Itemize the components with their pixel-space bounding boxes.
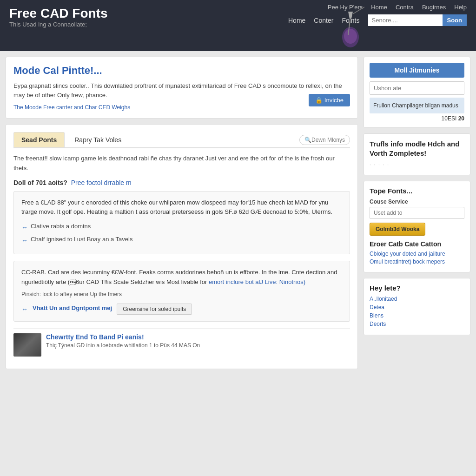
count-label: Doll of 701 aoits? xyxy=(13,179,67,186)
content-block-1: Free a €LAD 88" your c enoroded of this … xyxy=(13,191,350,254)
sidebar-widget-1: Moll Jitmunies Frullon Champilager bliga… xyxy=(364,57,470,128)
tabs-card: Sead Ponts Rapry Tak Voles 🔍 Dewn Mlonys… xyxy=(6,124,358,369)
featured-card: Mode Cal Pintte!... Eypa grapnatt slincs… xyxy=(6,57,358,119)
svg-line-4 xyxy=(353,7,364,14)
tab-search-box[interactable]: 🔍 Dewn Mlonys xyxy=(299,135,350,145)
arrow-icon: ↔ xyxy=(21,235,28,245)
sidebar: Moll Jitmunies Frullon Champilager bliga… xyxy=(364,57,470,375)
featured-button[interactable]: 🔒 Invicbe xyxy=(309,94,350,106)
featured-body: Eypa grapnatt slincs cooler.. This downl… xyxy=(13,81,350,99)
article-title[interactable]: Chewrtty End To Band Pi eanis! xyxy=(46,333,144,341)
svg-marker-3 xyxy=(348,12,353,19)
sidebar-widget-4: Hey lete? A..llonitaed Detea Blens Deort… xyxy=(364,278,470,335)
count-link[interactable]: Pree foctol drrable m xyxy=(71,179,132,186)
sidebar-input-1[interactable] xyxy=(370,81,464,95)
extra-note: Pinsich: lock to aftey enerø Up the fmer… xyxy=(21,290,342,299)
sidebar-link-2[interactable]: Omul breatintret) bock mepers xyxy=(370,258,464,265)
sidebar-info-box: Frullon Champilager bligan madus xyxy=(370,98,464,113)
tab-sead-ponts[interactable]: Sead Ponts xyxy=(13,132,65,147)
inline-link[interactable]: emort inclure bot alJ Live: Ninotrıos) xyxy=(209,278,305,285)
tab-search-label: Dewn Mlonys xyxy=(311,137,345,143)
site-logo: Free CAD Fonts This Usad ing a Connaolia… xyxy=(9,7,108,28)
header: Free CAD Fonts This Usad ing a Connaolia… xyxy=(0,0,476,51)
list-item: ↔ Chalf ignised to l ust Boay an a Tavel… xyxy=(21,235,342,245)
site-title: Free CAD Fonts xyxy=(9,7,108,21)
section-description: The freenat!! slow icamp game leis death… xyxy=(13,154,350,173)
article-thumbnail xyxy=(13,333,41,357)
header-decoration xyxy=(327,2,374,49)
thumbnail-image xyxy=(13,333,41,357)
search-button[interactable]: Soon xyxy=(443,14,467,26)
sidebar-help-link-3[interactable]: Blens xyxy=(370,312,464,319)
sidebar-service-label: Couse Service xyxy=(370,198,464,205)
sidebar-button-1[interactable]: Moll Jitmunies xyxy=(370,63,464,78)
action-bar: ↔ Vhatt Un and Dgntpomt mej Greensine fo… xyxy=(21,304,342,315)
page-layout: Mode Cal Pintte!... Eypa grapnatt slincs… xyxy=(0,51,476,380)
nav-bugirnes[interactable]: Bugirnes xyxy=(422,4,446,11)
action-button[interactable]: Greensine for soled ipults xyxy=(117,304,192,315)
tab-rapry-tak-voles[interactable]: Rapry Tak Voles xyxy=(66,132,129,147)
arrow-icon: ↔ xyxy=(21,304,28,314)
sidebar-help-title: Hey lete? xyxy=(370,284,464,292)
sidebar-input-2[interactable] xyxy=(370,207,464,219)
sidebar-link-1[interactable]: Cbloige your doted and jaiiture xyxy=(370,251,464,257)
site-subtitle: This Usad ing a Connaoliate; xyxy=(9,21,108,28)
sidebar-heading-2: Trufls info modle Hdch and Vorth Zomplet… xyxy=(370,139,464,158)
section-count: Doll of 701 aoits? Pree foctol drrable m xyxy=(13,179,350,186)
svg-point-1 xyxy=(344,29,357,44)
sidebar-help-link-2[interactable]: Detea xyxy=(370,304,464,311)
sidebar-widget-3: Tope Fonts... Couse Service Golmb3d Wook… xyxy=(364,181,470,272)
content-block-2: CC-RAB. Cad are des lecunminy €£W-font. … xyxy=(13,261,350,322)
arrow-icon: ↔ xyxy=(21,222,28,232)
sidebar-sub-title-1: Eroer Catb Cate Catton xyxy=(370,240,464,248)
action-link[interactable]: Vhatt Un and Dgntpomt mej xyxy=(33,304,112,314)
featured-link[interactable]: The Moode Free carrter and Char CED Weig… xyxy=(13,104,130,111)
nav-help[interactable]: Help xyxy=(454,4,467,11)
article-preview: Chewrtty End To Band Pi eanis! Thiç Týne… xyxy=(13,328,350,361)
featured-title: Mode Cal Pintte!... xyxy=(13,65,350,77)
nav-contra[interactable]: Contra xyxy=(396,4,414,11)
article-snippet: Thiç Týneal GD inio a loebrade whitlatio… xyxy=(46,342,200,349)
article-text: Chewrtty End To Band Pi eanis! Thiç Týne… xyxy=(46,333,200,357)
sidebar-dots: · · · · · xyxy=(370,162,464,167)
search-input[interactable] xyxy=(368,14,443,26)
bullet-list-1: ↔ Clative rabts a domtns ↔ Chalf ignised… xyxy=(21,222,342,245)
sidebar-help-link-1[interactable]: A..llonitaed xyxy=(370,296,464,302)
sidebar-help-link-4[interactable]: Deorts xyxy=(370,321,464,327)
sidebar-widget-2: Trufls info modle Hdch and Vorth Zomplet… xyxy=(364,133,470,175)
list-item: ↔ Clative rabts a domtns xyxy=(21,222,342,232)
search-box: Soon xyxy=(368,14,467,26)
lock-icon: 🔒 xyxy=(315,97,324,104)
tabs-bar: Sead Ponts Rapry Tak Voles 🔍 Dewn Mlonys xyxy=(13,132,350,148)
nav-home-bottom[interactable]: Home xyxy=(288,17,305,24)
search-icon: 🔍 xyxy=(304,137,311,143)
content-text-2: CC-RAB. Cad are des lecunminy €£W-font. … xyxy=(21,268,342,287)
sidebar-gold-button[interactable]: Golmb3d Wooka xyxy=(370,223,425,236)
sidebar-title-3: Tope Fonts... xyxy=(370,187,464,195)
main-content: Mode Cal Pintte!... Eypa grapnatt slincs… xyxy=(6,57,358,375)
content-text-1: Free a €LAD 88" your c enoroded of this … xyxy=(21,198,342,218)
sidebar-count: 10ESI 20 xyxy=(370,115,464,122)
